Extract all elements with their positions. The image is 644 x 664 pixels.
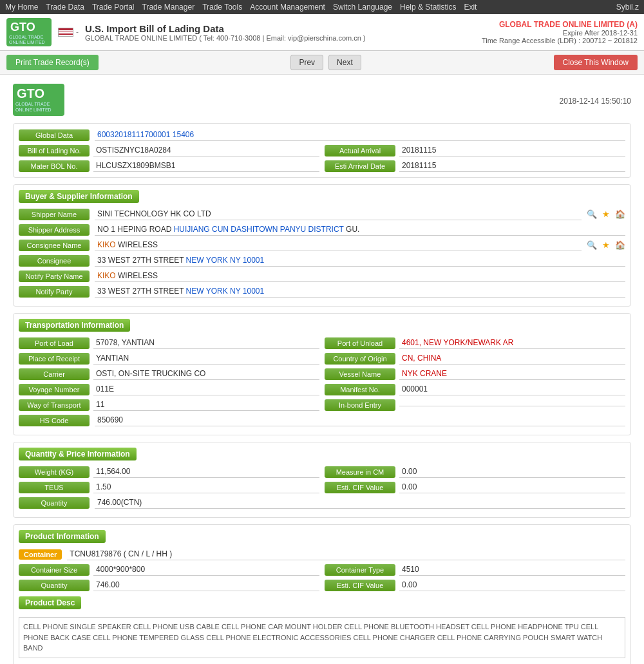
consignee-label: Consignee	[19, 255, 90, 267]
esti-arrival-value: 20181115	[399, 160, 625, 172]
consignee-home-icon[interactable]: 🏠	[615, 240, 625, 250]
record-date: 2018-12-14 15:50:10	[560, 97, 631, 106]
shipper-name-label: Shipper Name	[19, 209, 90, 220]
place-of-receipt-label: Place of Receipt	[19, 353, 90, 365]
header-right: GLOBAL TRADE ONLINE LIMITED (A) Expire A…	[482, 20, 638, 44]
weight-value: 11,564.00	[93, 466, 319, 478]
esti-cif-value: 0.00	[399, 481, 625, 493]
nav-account-management[interactable]: Account Management	[250, 3, 325, 12]
transportation-title: Transportation Information	[19, 319, 130, 332]
carrier-label: Carrier	[19, 368, 90, 380]
shipper-star-icon[interactable]: ★	[602, 209, 610, 219]
notify-party-label: Notify Party	[19, 286, 90, 298]
consignee-row: Consignee 33 WEST 27TH STREET NEW YORK N…	[19, 254, 625, 267]
buyer-supplier-section: Buyer & Supplier Information Shipper Nam…	[13, 184, 631, 307]
container-type-value: 4510	[399, 564, 625, 576]
shipper-search-icon[interactable]: 🔍	[587, 209, 597, 219]
teus-cif-row: TEUS 1.50 Esti. CIF Value 0.00	[19, 481, 625, 493]
nav-exit[interactable]: Exit	[464, 3, 477, 12]
bol-no-value: OSTISZNYC18A0284	[93, 144, 319, 157]
nav-items: My Home Trade Data Trade Portal Trade Ma…	[5, 3, 477, 12]
bol-no-col: Bill of Lading No. OSTISZNYC18A0284	[19, 144, 319, 157]
product-quantity-value: 746.00	[93, 579, 319, 591]
mater-bol-esti-row: Mater BOL No. HLCUSZX1809BMSB1 Esti Arri…	[19, 160, 625, 172]
product-quantity-label: Quantity	[19, 580, 90, 591]
product-desc-label: Product Desc	[19, 596, 81, 609]
actual-arrival-col: Actual Arrival 20181115	[325, 144, 625, 157]
country-of-origin-label: Country of Origin	[325, 353, 395, 365]
product-esti-cif-label: Esti. CIF Value	[325, 580, 395, 591]
flag-separator: -	[76, 28, 79, 37]
nav-trade-portal[interactable]: Trade Portal	[92, 3, 135, 12]
notify-party-value: 33 WEST 27TH STREET NEW YORK NY 10001	[95, 285, 625, 298]
carrier-vessel-row: Carrier OSTI, ON-SITE TRUCKING CO Vessel…	[19, 368, 625, 380]
product-desc-container: Product Desc CELL PHONE SINGLE SPEAKER C…	[19, 596, 625, 658]
transport-inbond-row: Way of Transport 11 In-bond Entry	[19, 399, 625, 411]
record-header: GTO GLOBAL TRADE ONLINE LIMITED 2018-12-…	[13, 81, 631, 123]
svg-text:GLOBAL TRADE: GLOBAL TRADE	[9, 35, 44, 39]
way-of-transport-value: 11	[93, 399, 319, 411]
next-button-top[interactable]: Next	[328, 55, 361, 70]
shipper-name-row: Shipper Name SINI TECHNOLOGY HK CO LTD 🔍…	[19, 208, 625, 220]
prev-button-top[interactable]: Prev	[290, 55, 323, 70]
vessel-name-label: Vessel Name	[325, 368, 395, 380]
in-bond-entry-label: In-bond Entry	[325, 399, 395, 411]
top-navigation: My Home Trade Data Trade Portal Trade Ma…	[0, 0, 644, 14]
consignee-name-row: Consignee Name KIKO WIRELESS 🔍 ★ 🏠	[19, 239, 625, 251]
shipper-address-value: NO 1 HEPING ROAD HUIJIANG CUN DASHITOWN …	[95, 223, 625, 236]
mater-bol-value: HLCUSZX1809BMSB1	[93, 160, 319, 172]
nav-help-statistics[interactable]: Help & Statistics	[400, 3, 456, 12]
transportation-section: Transportation Information Port of Load …	[13, 313, 631, 435]
country-of-origin-value: CN, CHINA	[399, 352, 625, 365]
product-qty-cif-row: Quantity 746.00 Esti. CIF Value 0.00	[19, 579, 625, 591]
nav-switch-language[interactable]: Switch Language	[333, 3, 392, 12]
hs-code-row: HS Code 850690	[19, 414, 625, 426]
nav-my-home[interactable]: My Home	[5, 3, 38, 12]
svg-text:GTO: GTO	[10, 21, 35, 33]
container-size-label: Container Size	[19, 564, 90, 576]
product-esti-cif-value: 0.00	[399, 579, 625, 591]
nav-trade-manager[interactable]: Trade Manager	[142, 3, 195, 12]
notify-party-name-value: KIKO WIRELESS	[95, 270, 625, 282]
manifest-no-value: 000001	[399, 383, 625, 395]
container-type-label: Container Type	[325, 564, 395, 576]
bol-arrival-row: Bill of Lading No. OSTISZNYC18A0284 Actu…	[19, 144, 625, 157]
page-header: GTO GLOBAL TRADE ONLINE LIMITED - U.S. I…	[0, 14, 644, 51]
shipper-home-icon[interactable]: 🏠	[615, 209, 625, 219]
header-left: GTO GLOBAL TRADE ONLINE LIMITED - U.S. I…	[6, 18, 366, 46]
port-of-load-label: Port of Load	[19, 337, 90, 349]
bol-no-label: Bill of Lading No.	[19, 145, 90, 157]
weight-label: Weight (KG)	[19, 466, 90, 478]
shipper-name-value: SINI TECHNOLOGY HK CO LTD	[95, 208, 582, 220]
port-of-unload-label: Port of Unload	[325, 337, 395, 349]
quantity-price-section: Quantity & Price Information Weight (KG)…	[13, 442, 631, 518]
container-badge: Container	[19, 549, 62, 560]
buyer-supplier-title: Buyer & Supplier Information	[19, 190, 139, 203]
print-button-top[interactable]: Print Trade Record(s)	[6, 55, 99, 70]
way-of-transport-label: Way of Transport	[19, 399, 90, 411]
close-button-top[interactable]: Close This Window	[554, 55, 638, 70]
nav-trade-data[interactable]: Trade Data	[46, 3, 84, 12]
container-size-type-row: Container Size 4000*900*800 Container Ty…	[19, 564, 625, 576]
esti-arrival-label: Esti Arrival Date	[325, 160, 395, 172]
record-logo: GTO GLOBAL TRADE ONLINE LIMITED	[13, 84, 64, 118]
actual-arrival-label: Actual Arrival	[325, 145, 395, 157]
hs-code-label: HS Code	[19, 415, 90, 426]
in-bond-entry-value	[399, 403, 625, 406]
time-range: Time Range Accessible (LDR) : 200712 ~ 2…	[482, 37, 638, 44]
product-title: Product Information	[19, 530, 106, 543]
receipt-origin-row: Place of Receipt YANTIAN Country of Orig…	[19, 352, 625, 365]
notify-party-name-row: Notify Party Name KIKO WIRELESS	[19, 270, 625, 282]
consignee-star-icon[interactable]: ★	[602, 240, 610, 250]
port-of-load-value: 57078, YANTIAN	[93, 337, 319, 349]
expire-info: Expire After 2018-12-31	[482, 29, 638, 37]
port-of-unload-value: 4601, NEW YORK/NEWARK AR	[399, 337, 625, 349]
global-data-row: Global Data 60032018111700001 15406	[19, 129, 625, 141]
place-of-receipt-value: YANTIAN	[93, 352, 319, 365]
esti-cif-label: Esti. CIF Value	[325, 482, 395, 493]
consignee-search-icon[interactable]: 🔍	[587, 240, 597, 250]
svg-text:GLOBAL TRADE: GLOBAL TRADE	[15, 102, 50, 106]
vessel-name-value: NYK CRANE	[399, 368, 625, 380]
container-size-value: 4000*900*800	[93, 564, 319, 576]
nav-trade-tools[interactable]: Trade Tools	[202, 3, 242, 12]
